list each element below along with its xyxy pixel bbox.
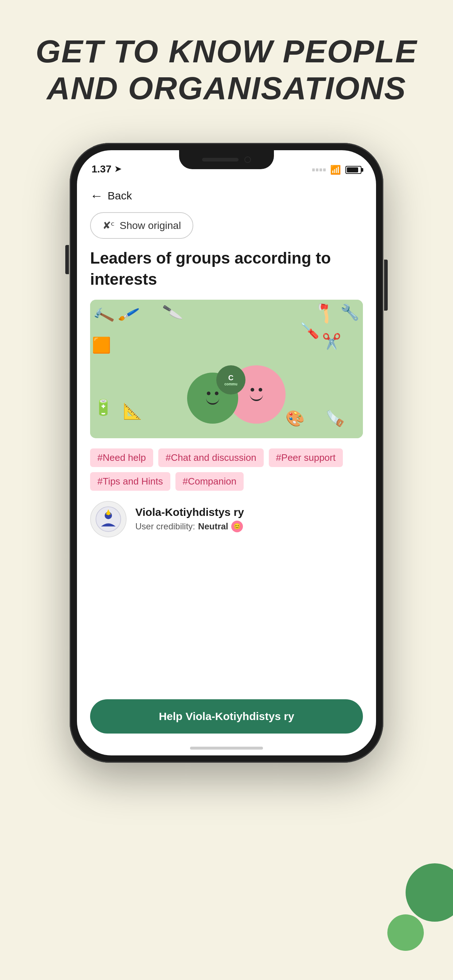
back-row: ← Back: [77, 180, 376, 209]
neutral-credibility-icon: 😊: [231, 520, 243, 532]
time-display: 1.37: [91, 163, 112, 175]
tool-screwdriver: 🪛: [300, 321, 319, 339]
decorative-dot-large: [405, 863, 453, 922]
app-content: ← Back ✘ᶜ Show original Leaders of group…: [77, 180, 376, 756]
author-avatar[interactable]: [90, 501, 126, 538]
pink-mascot-face: [250, 388, 263, 401]
location-icon: ➤: [115, 164, 121, 174]
svg-point-2: [107, 512, 110, 515]
signal-icon: [312, 169, 326, 171]
org-logo-svg: [96, 506, 121, 532]
tag-need-help[interactable]: #Need help: [90, 449, 153, 467]
eye-left: [207, 391, 211, 395]
author-section: Viola-Kotiyhdistys ry User credibility: …: [77, 494, 376, 545]
status-icons: 📶: [312, 165, 362, 175]
mascot-group: C commu: [187, 365, 286, 424]
translate-icon: ✘ᶜ: [102, 220, 115, 232]
phone-screen: 1.37 ➤ 📶: [77, 150, 376, 756]
phone-notch: [179, 150, 274, 169]
tag-peer-support[interactable]: #Peer support: [269, 449, 343, 467]
credibility-label: User credibility:: [135, 521, 195, 531]
decorative-dot-small: [388, 915, 424, 951]
cta-button[interactable]: Help Viola-Kotiyhdistys ry: [90, 699, 363, 733]
eye-right: [215, 391, 219, 395]
tags-section: #Need help #Chat and discussion #Peer su…: [77, 438, 376, 494]
tool-paint: 🎨: [286, 409, 305, 427]
pink-eye-left: [250, 388, 254, 391]
pink-mascot-smile: [250, 394, 263, 401]
tool-scissors: ✂️: [322, 332, 341, 350]
pink-eye-right: [258, 388, 262, 391]
tag-chat[interactable]: #Chat and discussion: [158, 449, 264, 467]
credibility-value: Neutral: [198, 521, 228, 531]
article-image: 🔨 🖌️ 🔪 🪓 🔧 🟧 ✂️ 🔋 📐 🪛 🪚 🎨: [90, 300, 363, 438]
phone-mockup: 1.37 ➤ 📶: [70, 143, 383, 763]
author-credibility: User credibility: Neutral 😊: [135, 520, 363, 532]
status-time: 1.37 ➤: [91, 163, 121, 175]
notch-camera: [244, 156, 251, 163]
notch-speaker: [202, 158, 239, 162]
tool-square: 🟧: [92, 336, 111, 354]
battery-icon: [345, 166, 362, 174]
commu-logo: C commu: [216, 365, 246, 395]
back-arrow-icon[interactable]: ←: [90, 188, 103, 204]
tool-knife: 🔪: [161, 302, 183, 323]
pink-mascot-eyes: [250, 388, 262, 391]
cta-button-text: Help Viola-Kotiyhdistys ry: [159, 710, 294, 722]
back-button[interactable]: Back: [108, 189, 132, 202]
green-mascot-smile: [206, 398, 219, 405]
home-indicator: [190, 747, 263, 749]
tool-battery: 🔋: [94, 398, 113, 416]
tool-ruler: 📐: [123, 402, 142, 420]
tool-axe: 🪓: [311, 300, 337, 325]
mascot-green: C commu: [187, 372, 238, 424]
green-mascot-eyes: [207, 391, 219, 395]
phone-shell: 1.37 ➤ 📶: [70, 143, 383, 763]
show-original-button[interactable]: ✘ᶜ Show original: [90, 212, 193, 239]
tag-companion[interactable]: #Companion: [175, 472, 244, 491]
wifi-icon: 📶: [330, 165, 341, 175]
tag-tips[interactable]: #Tips and Hints: [90, 472, 170, 491]
tool-brush: 🖌️: [118, 303, 140, 325]
author-info: Viola-Kotiyhdistys ry User credibility: …: [135, 506, 363, 532]
tool-hammer: 🔨: [91, 304, 115, 328]
battery-fill: [347, 167, 358, 172]
author-name: Viola-Kotiyhdistys ry: [135, 506, 363, 519]
article-title: Leaders of groups according to interests: [77, 248, 376, 299]
page-title: GET TO KNOW PEOPLE AND ORGANISATIONS: [0, 33, 453, 107]
tool-wrench: 🔧: [340, 303, 359, 321]
show-original-label: Show original: [120, 220, 181, 232]
tool-trowel: 🪚: [326, 409, 345, 427]
